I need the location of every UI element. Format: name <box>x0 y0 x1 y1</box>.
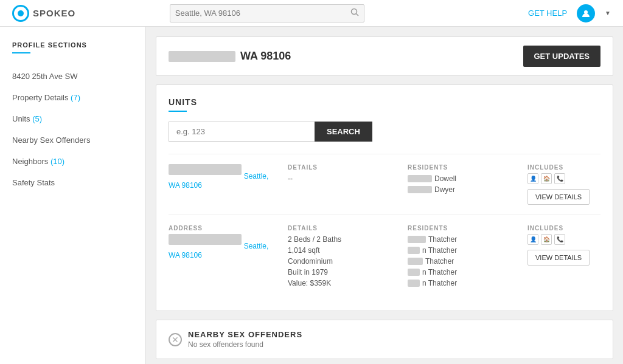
sidebar-item-label: Safety Stats <box>12 178 55 187</box>
sidebar-title: PROFILE SECTIONS <box>12 41 133 49</box>
sidebar: PROFILE SECTIONS 8420 25th Ave SW Proper… <box>0 27 146 364</box>
search-bar[interactable] <box>170 4 364 22</box>
content-area: WA 98106 GET UPDATES UNITS SEARCH Seattl… <box>146 27 623 364</box>
residents-list: Thatcher n Thatcher Thatcher n Thatcher … <box>408 234 518 289</box>
sidebar-item-label: Units <box>12 114 30 123</box>
unit-residents-col: RESIDENTS Thatcher n Thatcher Thatcher n… <box>408 225 518 289</box>
sidebar-item-count: (10) <box>50 157 64 166</box>
sex-offenders-section: ✕ NEARBY SEX OFFENDERS No sex offenders … <box>156 320 613 359</box>
chevron-down-icon[interactable]: ▼ <box>605 10 611 16</box>
resident-blurred <box>408 186 432 193</box>
unit-address-blurred <box>169 234 242 245</box>
home-icon: 🏠 <box>541 234 552 245</box>
sex-offenders-title: NEARBY SEX OFFENDERS <box>188 330 302 339</box>
svg-point-0 <box>351 9 357 15</box>
sidebar-item-label: Nearby Sex Offenders <box>12 136 90 145</box>
unit-address-col: Seattle, WA 98106 <box>169 164 278 190</box>
units-divider <box>169 111 187 112</box>
view-details-button[interactable]: VIEW DETAILS <box>527 250 590 266</box>
units-title: UNITS <box>169 97 600 107</box>
unit-address-col: ADDRESS Seattle, WA 98106 <box>169 225 278 259</box>
header-right: GET HELP ▼ <box>528 4 611 22</box>
sidebar-item-sex-offenders[interactable]: Nearby Sex Offenders <box>12 129 133 151</box>
get-updates-button[interactable]: GET UPDATES <box>523 46 601 67</box>
unit-includes-col: INCLUDES 👤 🏠 📞 VIEW DETAILS <box>527 164 600 205</box>
header: SPOKEO GET HELP ▼ <box>0 0 623 27</box>
sidebar-item-label: Property Details <box>12 93 68 102</box>
table-row: ADDRESS Seattle, WA 98106 DETAILS 2 Beds… <box>169 215 600 298</box>
svg-line-1 <box>356 14 358 16</box>
phone-icon: 📞 <box>554 173 565 184</box>
logo-text: SPOKEO <box>33 8 75 18</box>
unit-details-col: DETAILS 2 Beds / 2 Baths 1,014 sqft Cond… <box>288 225 398 289</box>
units-search-row: SEARCH <box>169 122 600 142</box>
address-label: ADDRESS <box>169 225 278 232</box>
unit-search-button[interactable]: SEARCH <box>315 122 372 142</box>
sidebar-item-units[interactable]: Units (5) <box>12 108 133 129</box>
main-layout: PROFILE SECTIONS 8420 25th Ave SW Proper… <box>0 27 623 364</box>
search-button[interactable] <box>350 8 359 18</box>
includes-icons: 👤 🏠 📞 <box>527 173 600 184</box>
sidebar-item-property-details[interactable]: Property Details (7) <box>12 87 133 108</box>
includes-icons: 👤 🏠 📞 <box>527 234 600 245</box>
property-address: WA 98106 <box>169 50 523 63</box>
property-header-card: WA 98106 GET UPDATES <box>156 36 613 76</box>
details-label: DETAILS <box>288 164 398 171</box>
person-icon: 👤 <box>527 234 538 245</box>
residents-label: RESIDENTS <box>408 225 518 232</box>
logo-icon <box>12 5 29 22</box>
table-row: Seattle, WA 98106 DETAILS -- RESIDENTS D… <box>169 154 600 215</box>
get-help-link[interactable]: GET HELP <box>528 9 567 18</box>
address-suffix: WA 98106 <box>240 50 291 63</box>
residents-list: Dowell Dwyer <box>408 173 518 195</box>
sex-offenders-subtitle: No sex offenders found <box>188 340 302 349</box>
phone-icon: 📞 <box>554 234 565 245</box>
logo: SPOKEO <box>12 5 75 22</box>
resident-blurred <box>408 175 432 182</box>
sidebar-item-address[interactable]: 8420 25th Ave SW <box>12 66 133 87</box>
includes-label: INCLUDES <box>527 225 600 232</box>
sidebar-item-label: 8420 25th Ave SW <box>12 72 77 81</box>
search-input[interactable] <box>175 9 350 18</box>
sidebar-item-label: Neighbors <box>12 157 48 166</box>
includes-label: INCLUDES <box>527 164 600 171</box>
sex-offenders-text: NEARBY SEX OFFENDERS No sex offenders fo… <box>188 330 302 349</box>
sidebar-item-neighbors[interactable]: Neighbors (10) <box>12 151 133 172</box>
sidebar-item-count: (7) <box>71 93 80 102</box>
sidebar-item-safety[interactable]: Safety Stats <box>12 172 133 193</box>
no-offenders-icon: ✕ <box>169 333 182 346</box>
details-label: DETAILS <box>288 225 398 232</box>
avatar[interactable] <box>577 4 595 22</box>
residents-label: RESIDENTS <box>408 164 518 171</box>
address-blurred-box <box>169 51 235 62</box>
sidebar-divider <box>12 52 30 53</box>
unit-residents-col: RESIDENTS Dowell Dwyer <box>408 164 518 195</box>
unit-includes-col: INCLUDES 👤 🏠 📞 VIEW DETAILS <box>527 225 600 266</box>
home-icon: 🏠 <box>541 173 552 184</box>
unit-details-col: DETAILS -- <box>288 164 398 184</box>
unit-search-input[interactable] <box>169 122 315 142</box>
units-section: UNITS SEARCH Seattle, WA 98106 DETAILS -… <box>156 84 613 311</box>
details-value: 2 Beds / 2 Baths 1,014 sqft Condominium … <box>288 234 398 289</box>
unit-address-blurred <box>169 164 242 175</box>
details-value: -- <box>288 173 398 184</box>
sidebar-item-count: (5) <box>32 114 42 123</box>
person-icon: 👤 <box>527 173 538 184</box>
view-details-button[interactable]: VIEW DETAILS <box>527 189 590 205</box>
